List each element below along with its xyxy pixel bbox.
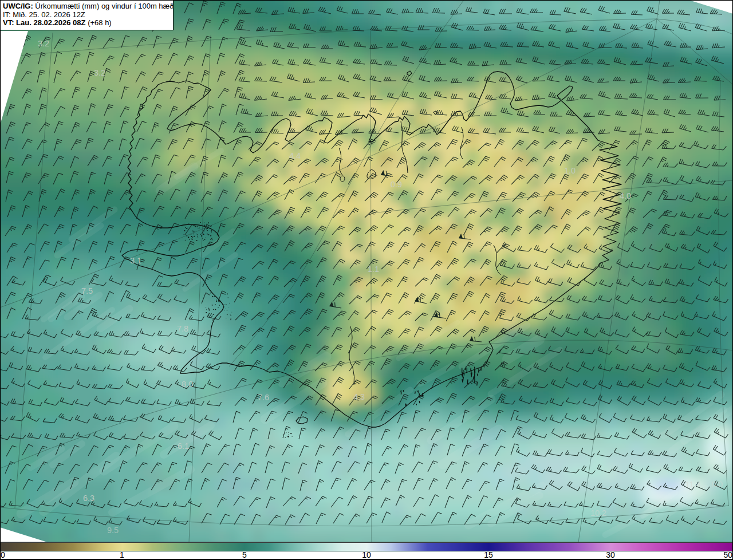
svg-text:4.4: 4.4 [289,151,301,160]
svg-text:9.5: 9.5 [107,526,119,535]
svg-text:10: 10 [362,550,371,559]
svg-text:3.1: 3.1 [130,256,141,265]
svg-text:7.6: 7.6 [258,393,269,402]
svg-text:1.0: 1.0 [564,166,576,175]
svg-text:0: 0 [1,550,5,559]
svg-text:3.2: 3.2 [94,68,105,77]
svg-text:8.0: 8.0 [182,380,193,389]
svg-text:15: 15 [484,550,493,559]
svg-text:10.2: 10.2 [590,508,606,518]
svg-text:7.8: 7.8 [177,324,188,333]
svg-text:1: 1 [120,550,124,559]
svg-text:3.2: 3.2 [38,39,49,48]
svg-text:1.1: 1.1 [368,265,379,274]
svg-text:6.1: 6.1 [178,441,189,451]
svg-text:4.3: 4.3 [353,392,365,401]
svg-text:50: 50 [723,550,732,559]
svg-text:30: 30 [606,550,615,559]
svg-text:11.4: 11.4 [685,480,700,489]
svg-text:8.0: 8.0 [711,480,723,489]
svg-text:6.3: 6.3 [83,494,94,503]
svg-text:0.9: 0.9 [391,180,402,189]
svg-text:4.0: 4.0 [620,191,631,200]
svg-text:5: 5 [242,550,247,559]
svg-text:7.5: 7.5 [81,286,93,295]
